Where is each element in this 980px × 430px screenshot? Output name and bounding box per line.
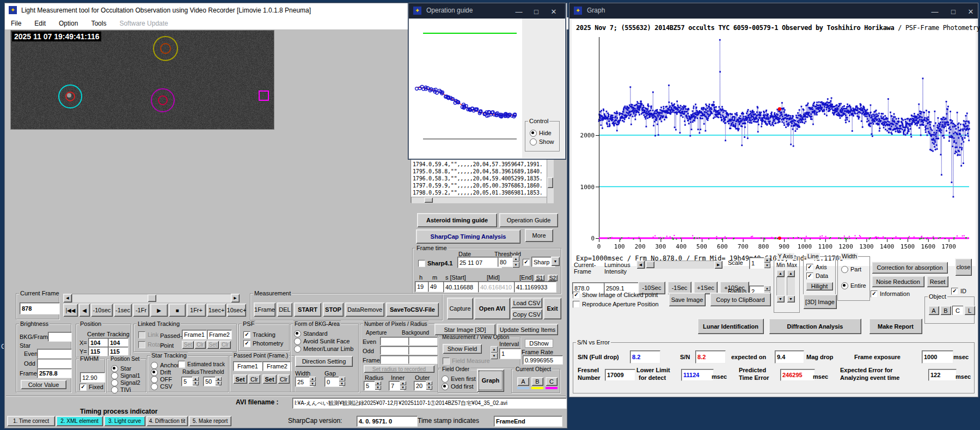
bkg-width-spinner[interactable]: ▲▼ — [309, 377, 316, 386]
bkg-width-spinner-up[interactable]: ▲ — [309, 377, 316, 381]
star-tracking-off-radio[interactable]: OFF — [151, 376, 172, 383]
time-stamp-field[interactable]: FrameEnd — [494, 416, 562, 427]
show-image-clicked-checkbox[interactable]: Show Image of Clicked point — [573, 291, 658, 299]
timing-step-1-button[interactable]: 1. Time correct — [7, 416, 55, 426]
graph-object-b-button[interactable]: B — [940, 306, 951, 315]
frame-threshold-spinner-up[interactable]: ▲ — [512, 256, 519, 262]
pixels-radius-spinner[interactable]: ▲▼ — [375, 381, 381, 390]
graph-button[interactable]: Graph — [477, 369, 504, 392]
transport-button-3[interactable]: -1sec — [114, 304, 132, 317]
ymax-up-button[interactable]: ▲ — [787, 270, 795, 277]
measurement-stop-button[interactable]: STOP — [323, 302, 344, 317]
csv-row[interactable]: 1795.0,58.8,"",,,,,20,04,58.3961689,1840… — [411, 168, 543, 175]
linked-frame1-box[interactable]: Frame1 — [182, 330, 207, 340]
bkg-avoid-sunlit-radio[interactable]: Avoid Sunlit Face — [294, 337, 350, 345]
menu-file[interactable]: File — [11, 20, 21, 27]
position-set-tivi-radio[interactable]: TIVi — [111, 386, 131, 393]
video-frame-panel[interactable]: 2025 11 07 19:49:41:116 — [10, 30, 274, 130]
position-set-star-radio-circle[interactable] — [111, 365, 118, 372]
interval-spinner[interactable]: ▲▼ — [491, 346, 498, 359]
transport-button-9[interactable]: 10sec+ — [227, 304, 246, 317]
capture-button[interactable]: Capture — [447, 298, 473, 319]
axis-checkbox-box[interactable] — [806, 264, 813, 271]
graph-object-l-button[interactable]: L — [964, 306, 975, 315]
entire-radio-circle[interactable] — [841, 282, 848, 289]
color-value-button[interactable]: Color Value — [21, 380, 66, 389]
menu-option[interactable]: Option — [59, 20, 78, 27]
field-measure-checkbox-box[interactable] — [443, 358, 450, 365]
measurement-dataremove-button[interactable]: DataRemove — [345, 302, 384, 317]
transport-button-8[interactable]: 1sec+ — [207, 304, 226, 317]
bkg-frame-field[interactable] — [48, 332, 72, 342]
menu-edit[interactable]: Edit — [34, 20, 46, 27]
aperture-even-field[interactable] — [380, 337, 409, 346]
predicted-time-error-field[interactable]: 246295 — [780, 369, 815, 381]
linked-set1-button[interactable]: Set — [182, 341, 194, 349]
background-even-field[interactable] — [408, 337, 438, 346]
bkg-meteor-limb-radio-circle[interactable] — [294, 346, 301, 353]
dshow-button[interactable]: DShow — [525, 339, 553, 348]
star-tracking-anchor-radio[interactable]: Anchor — [151, 361, 179, 369]
tracking-threshold-spinner-down[interactable]: ▼ — [215, 381, 222, 385]
frame-threshold-spinner[interactable]: ▲▼ — [512, 256, 519, 268]
save-image-button[interactable]: Save Image — [669, 293, 706, 306]
id-checkbox-box[interactable] — [951, 288, 958, 295]
position-set-signal1-radio-circle[interactable] — [111, 372, 118, 379]
mid-seconds-field[interactable]: 40.6168410 — [478, 281, 517, 293]
current-object-a-button[interactable]: A — [517, 377, 529, 386]
data-checkbox[interactable]: Data — [806, 272, 828, 280]
avi-filename-field[interactable]: I:¥A-えんぺい観測¥観測記録2025¥07-12月¥20251107-1①2… — [292, 398, 567, 409]
graph-scroll-track[interactable] — [645, 261, 714, 269]
current-frame-value[interactable]: 878 — [20, 302, 60, 314]
sharpcap-version-field[interactable]: 4. 0. 9571. 0 — [357, 416, 418, 427]
graph-object-c-button[interactable]: C — [952, 306, 963, 315]
show-radio-circle[interactable] — [530, 138, 537, 146]
position-set-tivi-radio-circle[interactable] — [111, 386, 118, 393]
star-odd-field[interactable] — [37, 359, 72, 368]
ymax-track[interactable] — [787, 277, 795, 295]
ymax-down-button[interactable]: ▼ — [787, 295, 795, 302]
interval-spinner-up[interactable]: ▲ — [491, 346, 498, 353]
graph-object-a-button[interactable]: A — [928, 306, 939, 315]
graph-scroll-left-button[interactable]: ◀ — [636, 261, 645, 269]
even-first-radio[interactable]: Even first — [442, 375, 476, 383]
graph-minimize-button[interactable]: — — [928, 7, 942, 16]
hilight-button[interactable]: Hilight — [806, 282, 833, 290]
fixed-checkbox-box[interactable] — [79, 384, 87, 391]
pixels-outer-spinner-up[interactable]: ▲ — [426, 381, 432, 385]
timing-step-4-button[interactable]: 4. Diffraction tit — [146, 416, 188, 426]
sharp-enable-checkbox-box[interactable] — [523, 259, 530, 266]
psf-tracking-checkbox[interactable]: Tracking — [243, 331, 275, 338]
star-even-field[interactable] — [37, 349, 72, 359]
passed-clr2-button[interactable]: Clr — [278, 374, 290, 384]
star-tracking-drift-radio-circle[interactable] — [151, 369, 158, 376]
make-report-button[interactable]: Make Report — [869, 318, 922, 334]
asteroid-timing-guide-button[interactable]: Asteroid timing guide — [417, 213, 497, 227]
linked-set2-button[interactable]: Set — [207, 341, 219, 349]
fixed-checkbox[interactable]: Fixed — [79, 383, 103, 391]
bkg-width-spinner-down[interactable]: ▼ — [309, 381, 316, 386]
transport-button-7[interactable]: 1Fr+ — [187, 304, 206, 317]
information-checkbox[interactable]: Information — [871, 290, 910, 298]
show-radio[interactable]: Show — [530, 138, 554, 146]
s2-button[interactable]: S2 — [548, 275, 558, 281]
rotate-checkbox-box[interactable] — [138, 341, 145, 348]
scale-spinner[interactable]: ▲▼ — [764, 257, 770, 268]
odd-first-radio[interactable]: Odd first — [442, 383, 474, 390]
passed-set1-button[interactable]: Set — [233, 374, 247, 384]
data-checkbox-box[interactable] — [806, 272, 813, 280]
lunar-identification-button[interactable]: Lunar Identification — [697, 318, 764, 334]
psf-tracking-checkbox-box[interactable] — [243, 331, 250, 338]
menu-tools[interactable]: Tools — [91, 20, 106, 27]
bkg-standard-radio[interactable]: Standard — [294, 330, 328, 337]
transport-button-4[interactable]: -1Fr — [133, 304, 149, 317]
show-field-button[interactable]: Show Field — [443, 344, 482, 354]
estimated-track-checkbox[interactable]: Estimated track — [178, 360, 225, 368]
exit-button[interactable]: Exit — [543, 298, 561, 319]
ymin-track[interactable] — [776, 277, 785, 295]
transport-button-5[interactable]: ▶ — [150, 304, 168, 317]
csv-row[interactable]: 1797.0,59.9,"",,,,,20,05,00.3976863,1860… — [411, 182, 543, 189]
measurement-del-button[interactable]: DEL — [277, 302, 292, 317]
link-checkbox-box[interactable] — [138, 331, 145, 338]
scale-spinner-up[interactable]: ▲ — [764, 257, 770, 263]
